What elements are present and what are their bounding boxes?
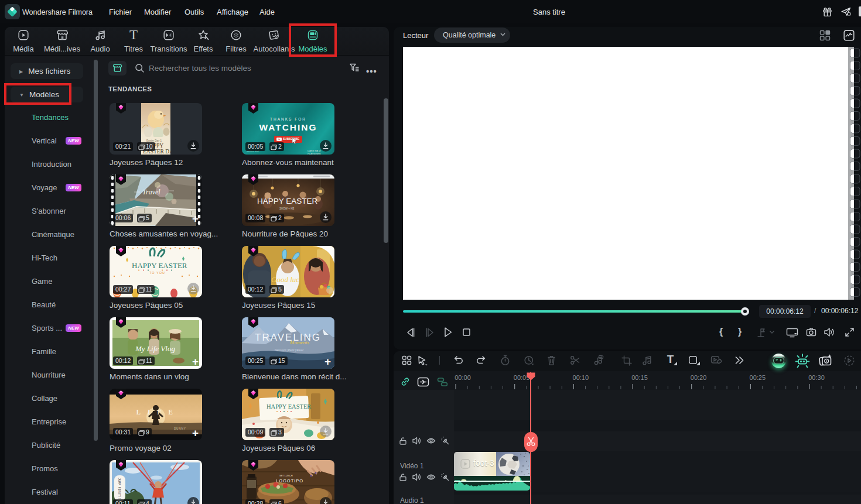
svg-text:LOGOTIPO: LOGOTIPO [276, 478, 303, 484]
svg-text:00:10: 00:10 [573, 374, 589, 381]
svg-text:00:25: 00:25 [750, 374, 766, 381]
svg-text:TRAVELING: TRAVELING [255, 332, 321, 343]
svg-text:My Life Vlog: My Life Vlog [135, 344, 175, 353]
svg-text:Découvrir | Partir | Rêver: Découvrir | Partir | Rêver [275, 349, 304, 352]
svg-text:SET LUNCH: SET LUNCH [279, 474, 293, 477]
svg-text:00:30: 00:30 [808, 374, 825, 381]
svg-text:SHOW + KE: SHOW + KE [279, 207, 294, 210]
svg-text:HAPPY EASTER: HAPPY EASTER [266, 403, 311, 410]
svg-text:JUMP FIRST!!: JUMP FIRST!! [117, 478, 121, 499]
svg-text:L I F E: L I F E [136, 408, 176, 416]
svg-text:HAPPY EASTER: HAPPY EASTER [132, 261, 187, 270]
svg-text:Good luc: Good luc [271, 275, 299, 284]
svg-text:HAPPY EASTER: HAPPY EASTER [257, 197, 318, 205]
svg-text:00:00: 00:00 [455, 374, 471, 381]
svg-text:00:20: 00:20 [691, 374, 707, 381]
svg-text:TO YOU: TO YOU [149, 271, 165, 275]
svg-text:SUNNY: SUNNY [174, 427, 186, 430]
svg-text:00:15: 00:15 [631, 374, 648, 381]
svg-text:Travel: Travel [142, 188, 160, 196]
svg-text:Moments: Moments [289, 340, 309, 345]
